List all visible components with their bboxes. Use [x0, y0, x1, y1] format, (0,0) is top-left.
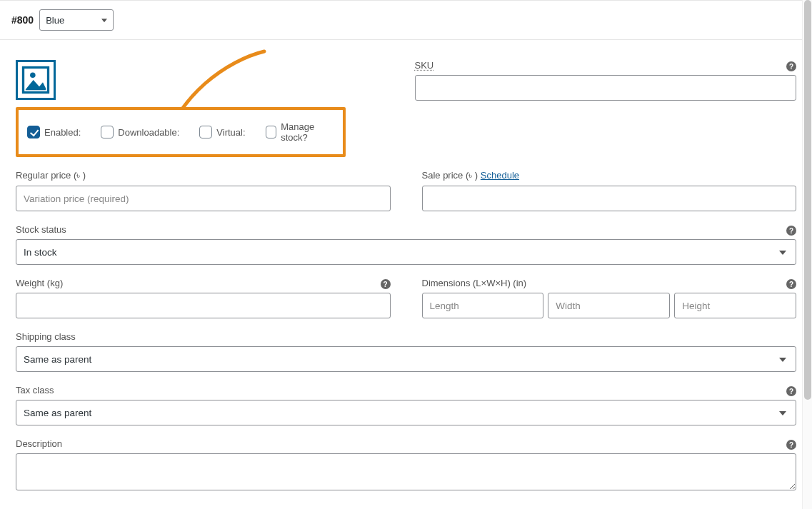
- dimensions-field: Dimensions (L×W×H) (in) ?: [422, 278, 797, 318]
- upload-image-button[interactable]: [16, 60, 56, 100]
- tax-class-label: Tax class: [16, 385, 796, 395]
- description-input[interactable]: [16, 453, 796, 490]
- sale-price-field: Sale price (৳ ) Schedule: [422, 170, 797, 211]
- virtual-checkbox[interactable]: [199, 126, 212, 138]
- width-input[interactable]: [548, 293, 670, 318]
- attribute-select-wrap: Blue: [39, 9, 114, 31]
- regular-price-label: Regular price (৳ ): [16, 170, 391, 181]
- sale-price-label: Sale price (৳ ) Schedule: [422, 170, 797, 181]
- checkbox-highlight: Enabled: Downloadable: Virtual: Manage s…: [16, 107, 346, 157]
- enabled-group: Enabled:: [27, 126, 81, 138]
- schedule-link[interactable]: Schedule: [481, 170, 519, 181]
- downloadable-checkbox[interactable]: [101, 126, 114, 138]
- description-field: Description ?: [16, 438, 796, 493]
- stock-status-label: Stock status: [16, 224, 796, 235]
- downloadable-group: Downloadable:: [101, 126, 179, 138]
- shipping-class-label: Shipping class: [16, 331, 796, 342]
- help-icon[interactable]: ?: [786, 226, 796, 236]
- tax-class-select[interactable]: Same as parent: [16, 400, 796, 425]
- sale-price-input[interactable]: [422, 186, 797, 211]
- help-icon[interactable]: ?: [786, 440, 796, 450]
- tax-class-field: Tax class ? Same as parent: [16, 385, 796, 425]
- manage-stock-label: Manage stock?: [281, 121, 334, 143]
- svg-point-1: [30, 73, 36, 79]
- manage-stock-group: Manage stock?: [266, 121, 334, 143]
- sku-field: SKU ?: [415, 60, 797, 101]
- help-icon[interactable]: ?: [786, 279, 796, 289]
- description-label: Description: [16, 438, 796, 449]
- length-input[interactable]: [422, 293, 544, 318]
- manage-stock-checkbox[interactable]: [266, 126, 277, 138]
- height-input[interactable]: [674, 293, 796, 318]
- variation-id: #800: [11, 14, 34, 26]
- shipping-class-select[interactable]: Same as parent: [16, 346, 796, 372]
- stock-status-select[interactable]: In stock: [16, 239, 796, 265]
- help-icon[interactable]: ?: [786, 61, 796, 71]
- downloadable-label: Downloadable:: [118, 127, 179, 138]
- help-icon[interactable]: ?: [786, 386, 796, 396]
- help-icon[interactable]: ?: [381, 279, 391, 289]
- attribute-select[interactable]: Blue: [39, 9, 114, 31]
- scrollbar[interactable]: [802, 0, 812, 509]
- variation-header: #800 Blue: [0, 0, 812, 40]
- regular-price-field: Regular price (৳ ): [16, 170, 391, 211]
- dimensions-label: Dimensions (L×W×H) (in): [422, 278, 797, 288]
- weight-input[interactable]: [16, 293, 391, 318]
- shipping-class-field: Shipping class Same as parent: [16, 331, 796, 372]
- scrollbar-thumb[interactable]: [804, 0, 811, 400]
- sku-label: SKU: [415, 60, 797, 71]
- virtual-label: Virtual:: [216, 127, 245, 138]
- sku-input[interactable]: [415, 75, 797, 101]
- enabled-label: Enabled:: [44, 127, 81, 138]
- weight-field: Weight (kg) ?: [16, 278, 391, 318]
- image-placeholder-icon: [21, 66, 50, 94]
- enabled-checkbox[interactable]: [27, 126, 40, 138]
- variation-panel: Enabled: Downloadable: Virtual: Manage s…: [0, 60, 812, 508]
- virtual-group: Virtual:: [199, 126, 245, 138]
- stock-status-field: Stock status ? In stock: [16, 224, 796, 265]
- regular-price-input[interactable]: [16, 186, 391, 211]
- weight-label: Weight (kg): [16, 278, 391, 288]
